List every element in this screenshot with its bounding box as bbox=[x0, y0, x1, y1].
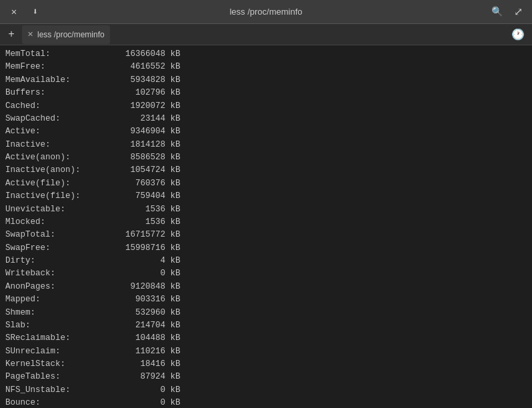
title-bar-left: ✕ ⬇ bbox=[7, 5, 43, 19]
history-button[interactable]: 🕐 bbox=[507, 28, 529, 41]
table-row: SReclaimable: 104488 kB bbox=[5, 332, 527, 345]
table-row: PageTables: 87924 kB bbox=[5, 371, 527, 383]
table-row: NFS_Unstable: 0 kB bbox=[5, 384, 527, 397]
tab-bar: + ✕ less /proc/meminfo 🕐 bbox=[0, 24, 532, 45]
search-button[interactable]: 🔍 bbox=[489, 5, 504, 19]
tab-meminfo[interactable]: ✕ less /proc/meminfo bbox=[22, 25, 110, 44]
table-row: KernelStack: 18416 kB bbox=[5, 358, 527, 371]
table-row: MemAvailable: 5934828 kB bbox=[5, 74, 527, 87]
fullscreen-button[interactable]: ⤢ bbox=[511, 5, 525, 19]
new-tab-button[interactable]: + bbox=[3, 27, 19, 43]
table-row: Slab: 214704 kB bbox=[5, 319, 527, 332]
plus-icon: + bbox=[8, 29, 15, 41]
table-row: Inactive(anon): 1054724 kB bbox=[5, 164, 527, 177]
table-row: Cached: 1920072 kB bbox=[5, 100, 527, 113]
file-content: MemTotal: 16366048 kBMemFree: 4616552 kB… bbox=[0, 45, 532, 408]
title-bar: ✕ ⬇ less /proc/meminfo 🔍 ⤢ bbox=[0, 0, 532, 24]
search-icon: 🔍 bbox=[491, 6, 503, 17]
tab-close-button[interactable]: ✕ bbox=[27, 30, 33, 39]
table-row: Writeback: 0 kB bbox=[5, 267, 527, 280]
tab-label: less /proc/meminfo bbox=[37, 30, 105, 39]
table-row: AnonPages: 9120848 kB bbox=[5, 281, 527, 293]
tab-bar-right: 🕐 bbox=[507, 28, 529, 41]
history-icon: 🕐 bbox=[511, 29, 525, 41]
window-title: less /proc/meminfo bbox=[229, 7, 302, 17]
download-button[interactable]: ⬇ bbox=[28, 5, 43, 19]
table-row: Mlocked: 1536 kB bbox=[5, 216, 527, 229]
table-row: Active: 9346904 kB bbox=[5, 125, 527, 138]
table-row: MemFree: 4616552 kB bbox=[5, 61, 527, 73]
table-row: Inactive(file): 759404 kB bbox=[5, 190, 527, 203]
table-row: SUnreclaim: 110216 kB bbox=[5, 345, 527, 358]
table-row: MemTotal: 16366048 kB bbox=[5, 48, 527, 61]
table-row: Active(file): 760376 kB bbox=[5, 177, 527, 190]
download-icon: ⬇ bbox=[33, 6, 38, 17]
table-row: Buffers: 102796 kB bbox=[5, 87, 527, 99]
close-icon: ✕ bbox=[11, 6, 17, 17]
table-row: Unevictable: 1536 kB bbox=[5, 203, 527, 216]
table-row: Bounce: 0 kB bbox=[5, 397, 527, 408]
table-row: SwapCached: 23144 kB bbox=[5, 113, 527, 125]
table-row: SwapFree: 15998716 kB bbox=[5, 242, 527, 255]
table-row: Mapped: 903316 kB bbox=[5, 293, 527, 306]
table-row: SwapTotal: 16715772 kB bbox=[5, 229, 527, 241]
fullscreen-icon: ⤢ bbox=[514, 5, 523, 19]
table-row: Active(anon): 8586528 kB bbox=[5, 151, 527, 164]
table-row: Inactive: 1814128 kB bbox=[5, 139, 527, 151]
title-bar-right: 🔍 ⤢ bbox=[489, 5, 525, 19]
close-button[interactable]: ✕ bbox=[7, 5, 21, 19]
table-row: Shmem: 532960 kB bbox=[5, 307, 527, 319]
table-row: Dirty: 4 kB bbox=[5, 255, 527, 267]
